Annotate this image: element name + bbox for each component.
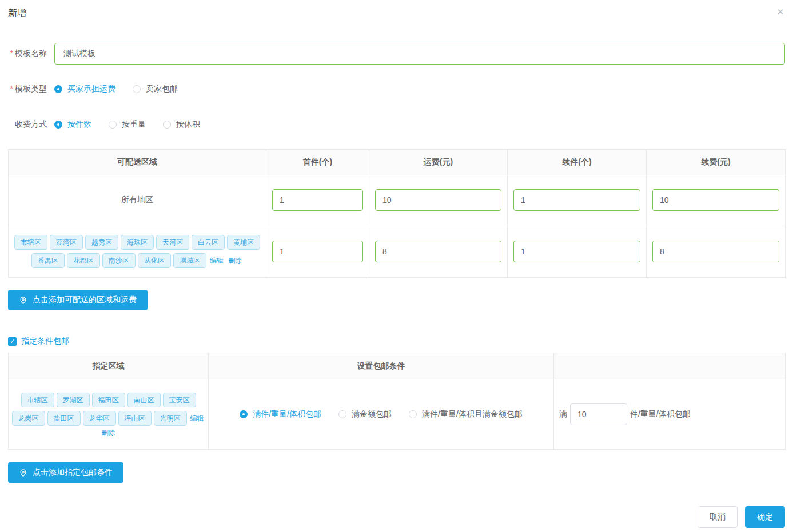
region-tag: 白云区 [192,235,225,250]
region-tag: 市辖区 [21,393,54,407]
close-icon[interactable]: ✕ [776,7,784,17]
radio-unchecked-icon [133,85,141,93]
threshold-cell: 满 件/重量/体积包邮 [554,379,786,450]
condition-table-header-row: 指定区域 设置包邮条件 [9,353,786,379]
cancel-button[interactable]: 取消 [698,506,738,528]
dialog-header: 新增 ✕ [8,7,785,20]
radio-free-by-amount[interactable]: 满金额包邮 [338,409,392,419]
region-tag: 罗湖区 [57,393,90,407]
col-header-next-fee: 续费(元) [647,150,786,175]
charge-method-label: 收费方式 [8,119,47,130]
location-pin-icon [19,296,27,305]
col-header-deliverable-region: 可配送区域 [9,150,266,175]
delete-condition-regions-link[interactable]: 删除 [102,429,115,436]
region-cell-all: 所有地区 [9,175,266,225]
ship-fee-input-custom[interactable] [375,241,501,262]
threshold-suffix: 件/重量/体积包邮 [630,409,691,419]
next-fee-input-custom[interactable] [652,241,779,262]
col-header-first-qty: 首件(个) [266,150,369,175]
radio-by-piece[interactable]: 按件数 [54,119,91,130]
region-tag: 龙岗区 [12,411,45,426]
region-tag: 宝安区 [163,393,196,407]
condition-table-row: 市辖区罗湖区福田区南山区宝安区龙岗区盐田区龙华区坪山区光明区编辑删除 满件/重量… [9,379,786,450]
template-type-label: *模板类型 [8,84,47,94]
free-shipping-condition-table: 指定区域 设置包邮条件 市辖区罗湖区福田区南山区宝安区龙岗区盐田区龙华区坪山区光… [8,353,786,450]
col-header-designated-region: 指定区域 [9,353,209,379]
region-tag: 荔湾区 [50,235,83,250]
region-tag: 天河区 [156,235,189,250]
region-tag: 越秀区 [85,235,118,250]
dialog-title: 新增 [8,7,26,19]
radio-checked-icon [240,410,248,418]
region-tag: 从化区 [138,253,171,268]
confirm-button[interactable]: 确定 [745,506,785,528]
col-header-set-condition: 设置包邮条件 [209,353,554,379]
radio-unchecked-icon [338,410,346,418]
shipping-table-header-row: 可配送区域 首件(个) 运费(元) 续件(个) 续费(元) [9,150,786,175]
table-row-all-regions: 所有地区 [9,175,786,225]
col-header-next-qty: 续件(个) [508,150,647,175]
radio-free-by-qty-weight-volume[interactable]: 满件/重量/体积包邮 [240,409,321,419]
ship-fee-input-all[interactable] [375,189,501,211]
region-tag: 盐田区 [47,411,81,426]
template-name-row: *模板名称 [8,43,785,65]
charge-method-row: 收费方式 按件数 按重量 按体积 [8,119,785,130]
region-cell-custom: 市辖区荔湾区越秀区海珠区天河区白云区黄埔区番禺区花都区南沙区从化区增城区编辑删除 [9,225,266,278]
col-header-empty [554,353,786,379]
radio-buyer-pays-shipping[interactable]: 买家承担运费 [54,84,115,94]
radio-unchecked-icon [109,121,117,129]
region-tag: 黄埔区 [227,235,260,250]
radio-checked-icon [54,85,62,93]
radio-by-volume[interactable]: 按体积 [163,119,200,130]
add-shipping-template-dialog: 新增 ✕ *模板名称 *模板类型 买家承担运费 卖家包邮 收费方式 按件数 [0,0,793,532]
region-tag: 南沙区 [102,253,136,268]
required-asterisk: * [10,49,13,58]
next-qty-input-all[interactable] [513,189,640,211]
region-tag: 光明区 [154,411,187,426]
location-pin-icon [19,469,27,477]
region-tag: 南山区 [127,393,161,407]
checkbox-checked-icon[interactable]: ✓ [8,337,17,346]
threshold-value-input[interactable] [570,403,627,425]
region-tag: 花都区 [67,253,100,268]
add-free-shipping-condition-button[interactable]: 点击添加指定包邮条件 [8,462,123,483]
radio-unchecked-icon [163,121,171,129]
table-row-custom-regions: 市辖区荔湾区越秀区海珠区天河区白云区黄埔区番禺区花都区南沙区从化区增城区编辑删除 [9,225,786,278]
next-fee-input-all[interactable] [652,189,779,211]
radio-free-by-qty-and-amount[interactable]: 满件/重量/体积且满金额包邮 [409,409,523,419]
region-tag: 福田区 [92,393,125,407]
charge-method-radio-group: 按件数 按重量 按体积 [54,119,200,130]
radio-unchecked-icon [409,410,417,418]
col-header-ship-fee: 运费(元) [369,150,508,175]
edit-regions-link[interactable]: 编辑 [210,257,224,264]
radio-seller-free-shipping[interactable]: 卖家包邮 [133,84,178,94]
template-type-radio-group: 买家承担运费 卖家包邮 [54,84,178,94]
template-type-row: *模板类型 买家承担运费 卖家包邮 [8,83,785,95]
radio-by-weight[interactable]: 按重量 [109,119,146,130]
conditional-free-shipping-label: 指定条件包邮 [21,336,69,346]
delete-regions-link[interactable]: 删除 [228,257,242,264]
add-region-fee-button[interactable]: 点击添加可配送的区域和运费 [8,290,148,310]
region-tag: 龙华区 [83,411,116,426]
first-qty-input-custom[interactable] [272,241,363,262]
edit-condition-regions-link[interactable]: 编辑 [190,415,204,422]
first-qty-input-all[interactable] [272,189,363,211]
conditional-free-shipping-checkbox-row[interactable]: ✓ 指定条件包邮 [8,336,785,346]
threshold-prefix: 满 [559,409,567,419]
region-tag: 市辖区 [14,235,47,250]
next-qty-input-custom[interactable] [513,241,640,262]
region-tag: 海珠区 [121,235,154,250]
region-tag: 坪山区 [118,411,152,426]
shipping-fee-table: 可配送区域 首件(个) 运费(元) 续件(个) 续费(元) 所有地区 市辖区荔湾… [8,149,786,278]
radio-checked-icon [54,121,62,129]
region-tag: 番禺区 [31,253,65,268]
template-name-input[interactable] [54,43,785,65]
designated-region-cell: 市辖区罗湖区福田区南山区宝安区龙岗区盐田区龙华区坪山区光明区编辑删除 [9,379,209,450]
condition-options-cell: 满件/重量/体积包邮 满金额包邮 满件/重量/体积且满金额包邮 [209,379,554,450]
region-tag: 增城区 [173,253,206,268]
template-name-label: *模板名称 [8,49,47,59]
dialog-footer: 取消 确定 [698,506,785,528]
required-asterisk: * [10,84,13,93]
